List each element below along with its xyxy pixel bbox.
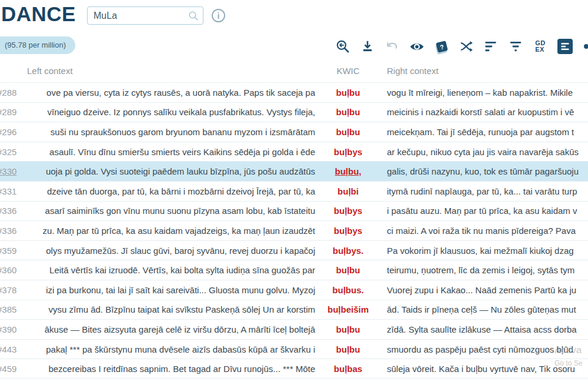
- kwic-word[interactable]: buļbas: [315, 364, 381, 374]
- table-row: #443 pakaļ *** pa škūrstynu muna dvēsele…: [0, 339, 588, 359]
- left-context: olys myužamežūs. Jī slauc gūvi, baroj sy…: [22, 246, 315, 256]
- left-context: ove pa viersu, cyta iz cytys rausēs, a u…: [22, 88, 315, 98]
- kwic-word[interactable]: buļbys: [315, 226, 381, 236]
- concordance-table: #288 ove pa viersu, cyta iz cytys rausēs…: [0, 82, 588, 378]
- left-context: suši nu spraukšonuos garom bryunom banan…: [22, 127, 315, 137]
- toolbar: ? GD EX: [335, 39, 588, 54]
- row-number[interactable]: #359: [0, 246, 22, 256]
- right-context: galis, drūši nazynu, kuo, tok es tūmār p…: [381, 166, 588, 176]
- table-row: #360 Leitā vērtīs kai izruodē. Vērtīs, k…: [0, 260, 588, 280]
- zoom-search-icon[interactable]: [335, 39, 350, 54]
- more-menu-icon[interactable]: [582, 39, 588, 54]
- table-row: #378 izi pa burkonu, tai lai jī saīt kai…: [0, 280, 588, 300]
- kwic-word[interactable]: buļbu: [315, 265, 381, 275]
- right-context: itymā rudinī napīauga, par tū, ka... tai…: [381, 186, 588, 196]
- left-context: vīneiguo dzeive. Iz ponnys salīku veikal…: [22, 107, 315, 117]
- shuffle-icon[interactable]: [459, 39, 474, 54]
- row-number[interactable]: #296: [0, 127, 22, 137]
- table-row: #390 ākuse — Bites aizsyuta garejā celē …: [0, 319, 588, 339]
- table-row: #336 zu. Maņ par tū prīca, ka asu kaidam…: [0, 220, 588, 240]
- kwic-word[interactable]: buļbys: [315, 147, 381, 157]
- right-context: teirumu, ņuotrem, līc da zemis i leigoj,…: [381, 265, 588, 275]
- search-input[interactable]: [88, 11, 188, 21]
- col-header-kwic: KWIC: [315, 66, 381, 76]
- concordance-app: DANCE i (95.78 per million): [0, 0, 588, 392]
- kwic-word[interactable]: buļbys: [315, 206, 381, 216]
- col-header-left-context: Left context: [22, 66, 315, 76]
- row-number[interactable]: #331: [0, 186, 22, 196]
- kwic-word[interactable]: buļbus.: [315, 285, 381, 295]
- right-context: meicekņam. Tai jī sēdēja, runuoja par au…: [381, 127, 588, 137]
- kwic-word[interactable]: buļbu,: [315, 166, 381, 176]
- kwic-word[interactable]: buļbu: [315, 127, 381, 137]
- row-number[interactable]: #459: [0, 364, 22, 374]
- info-icon[interactable]: i: [212, 9, 225, 22]
- right-context: i pasātu auzu. Maņ par tū prīca, ka asu …: [381, 206, 588, 216]
- left-context: ākuse — Bites aizsyuta garejā celē iz vi…: [22, 324, 315, 334]
- table-row: #385 vysu zīmu ād. Bīzpīnu taipat kai sv…: [0, 300, 588, 320]
- row-number[interactable]: #360: [0, 265, 22, 275]
- gdex-label-bottom: EX: [535, 46, 544, 53]
- row-number[interactable]: #443: [0, 344, 22, 354]
- right-context: ar kečupu, nikuo cyta jau jis vaira nava…: [381, 147, 588, 157]
- row-number[interactable]: #390: [0, 324, 22, 334]
- left-context: pakaļ *** pa škūrstynu muna dvēsele aizī…: [22, 344, 315, 354]
- right-context: meicinis i nazkaidi korstī salati ar kuo…: [381, 107, 588, 117]
- right-context: smuordu as paspēju paēst cyti nūmozguos …: [381, 344, 588, 354]
- left-context: dzeive tān duorga, par tū, ka bārni i mo…: [22, 186, 315, 196]
- table-row: #459 bezcereibas I reitdīnas sapnim. Bet…: [0, 359, 588, 378]
- right-context: Vuorej zupu i Kakao... Naād zemenis Part…: [381, 285, 588, 295]
- kwic-word[interactable]: buļbu: [315, 107, 381, 117]
- kwic-word[interactable]: buļbys.: [315, 246, 381, 256]
- right-context: ci maizi. A voi raža tik nu manis pīdere…: [381, 226, 588, 236]
- frequency-badge: (95.78 per million): [0, 36, 75, 54]
- left-context: Leitā vērtīs kai izruodē. Vērtīs, kai bo…: [22, 265, 315, 275]
- right-context: sūleja vōreit. Kača i buļbu vyrtuvē nav,…: [381, 364, 588, 374]
- kwic-word[interactable]: buļbi: [315, 186, 381, 196]
- page-title: DANCE: [1, 2, 76, 26]
- row-number[interactable]: #289: [0, 107, 22, 117]
- row-number[interactable]: #330: [0, 166, 22, 176]
- view-options-eye-icon[interactable]: [409, 39, 425, 54]
- right-context: Pa vokorim jī klausuos, kai mežmalī kiuk…: [381, 246, 588, 256]
- table-row: #296 suši nu spraukšonuos garom bryunom …: [0, 122, 588, 142]
- search-box: [87, 6, 203, 25]
- left-context: uoja pi golda. Vysi suoteigi paēdem lauk…: [22, 166, 315, 176]
- kwic-word[interactable]: buļbeišim: [315, 304, 381, 314]
- row-number[interactable]: #288: [0, 88, 22, 98]
- table-row-selected: #330 uoja pi golda. Vysi suoteigi paēdem…: [0, 161, 588, 181]
- row-number[interactable]: #378: [0, 285, 22, 295]
- left-context: bezcereibas I reitdīnas sapnim. Bet taga…: [22, 364, 315, 374]
- random-sample-dice-icon[interactable]: ?: [434, 39, 449, 54]
- table-header: Left context KWIC Right context: [0, 61, 588, 80]
- gdex-icon[interactable]: GD EX: [533, 39, 548, 54]
- kwic-word[interactable]: buļbu: [315, 88, 381, 98]
- table-row: #288 ove pa viersu, cyta iz cytys rausēs…: [0, 82, 588, 102]
- kwic-word[interactable]: buļbu: [315, 324, 381, 334]
- filter-icon[interactable]: [508, 39, 523, 54]
- right-context: vogu īt mīreigi, lieneņom – kab napakris…: [381, 88, 588, 98]
- row-number[interactable]: #385: [0, 304, 22, 314]
- download-icon[interactable]: [360, 39, 375, 54]
- left-context: vysu zīmu ād. Bīzpīnu taipat kai svīkstu…: [22, 304, 315, 314]
- row-number[interactable]: #325: [0, 147, 22, 157]
- left-context: asarī saiminīks gon vīnu munu suonu pīzy…: [22, 206, 315, 216]
- undo-icon[interactable]: [385, 39, 400, 54]
- search-icon[interactable]: [188, 11, 199, 21]
- col-header-right-context: Right context: [381, 66, 588, 76]
- table-row: #331 dzeive tān duorga, par tū, ka bārni…: [0, 181, 588, 201]
- row-number[interactable]: #336: [0, 226, 22, 236]
- table-row: #359 olys myužamežūs. Jī slauc gūvi, bar…: [0, 240, 588, 260]
- right-context: ād. Taids ir pīneņa ceļš — Nu zōles gūte…: [381, 304, 588, 314]
- table-row: #336 asarī saiminīks gon vīnu munu suonu…: [0, 201, 588, 221]
- table-row: #325 asaulī. Vīnu dīnu smieršu smierts v…: [0, 142, 588, 162]
- sort-icon[interactable]: [483, 39, 499, 54]
- right-context: zīdā. Sylta saulīte izlākuse — Attaisa a…: [381, 324, 588, 334]
- left-context: asaulī. Vīnu dīnu smieršu smierts veirs …: [22, 147, 315, 157]
- table-row: #289 vīneiguo dzeive. Iz ponnys salīku v…: [0, 102, 588, 122]
- kwic-details-icon[interactable]: [557, 39, 573, 54]
- left-context: zu. Maņ par tū prīca, ka asu kaidam vaja…: [22, 226, 315, 236]
- left-context: izi pa burkonu, tai lai jī saīt kai sare…: [22, 285, 315, 295]
- kwic-word[interactable]: buļbu: [315, 344, 381, 354]
- row-number[interactable]: #336: [0, 206, 22, 216]
